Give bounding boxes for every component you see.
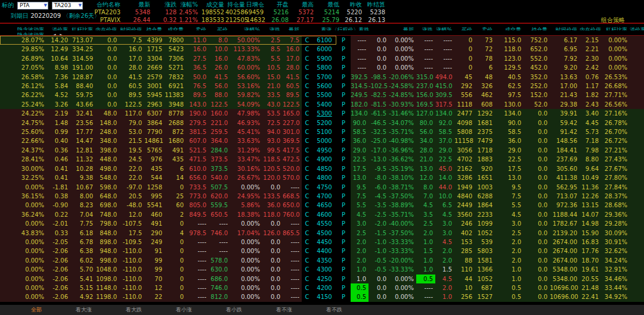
put-cell: 13.15 <box>580 201 601 210</box>
option-row-4700[interactable]: 36.15%0.388.00648.020.599525773.0620.024… <box>0 192 644 201</box>
put-cell: 920 <box>475 164 495 173</box>
call-cell: 59.75 <box>70 91 95 99</box>
put-column-header[interactable]: 溢价率 <box>630 25 644 30</box>
option-row-4350[interactable]: 0.00%-2.066.02998.0-110.0990----578.00.0… <box>0 256 644 265</box>
tab-看不跌[interactable]: 看不跌 <box>326 306 342 314</box>
call-column-header[interactable]: 最新 <box>283 25 302 30</box>
call-cell: 520.0 <box>283 164 302 173</box>
put-cell: 14.98 <box>580 219 601 228</box>
put-cell: 29.36% <box>601 210 630 219</box>
tab-看大跌[interactable]: 看大跌 <box>126 306 142 314</box>
put-cell: 22.5 <box>351 155 369 164</box>
call-cell: 16.0 <box>209 54 230 63</box>
option-row-5500[interactable]: 26.22%4.5259.750.089.559451138389.588.05… <box>0 91 644 99</box>
option-row-4450[interactable]: 0.00%-2.056.78898.0-109.52490--------0.0… <box>0 238 644 247</box>
put-cell: 4.5 <box>435 210 454 219</box>
option-row-4600[interactable]: 36.24%0.227.04748.012.04602849.5650.518.… <box>0 210 644 219</box>
put-cell: -38.10% <box>389 173 416 182</box>
call-cell: 0.33 <box>47 229 70 238</box>
option-row-5700[interactable]: 26.58%7.36128.870.041.52579783250.041.55… <box>0 73 644 82</box>
put-cell: 36.0 <box>351 136 369 145</box>
put-cell: 6.17 <box>550 36 580 45</box>
option-row-6000[interactable]: 29.85%12.49334.250.016.01715542316.010.0… <box>0 45 644 54</box>
put-column-header[interactable]: 隐含波动率 <box>0 30 47 36</box>
call-cell: 0.0 <box>95 100 119 109</box>
option-row-4150[interactable]: 0.00%-2.064.921198.0-110.0220----812.00.… <box>0 292 644 301</box>
scroll-columns-arrows[interactable]: ◀ ▶ <box>47 30 70 36</box>
option-row-4650[interactable]: 0.00%-0.908.23698.0-48.0554160805.0559.5… <box>0 201 644 210</box>
put-column-header[interactable]: 最新 <box>389 25 416 30</box>
option-row-4850[interactable]: 30.00%0.4110.28498.022.04356610.0373.530… <box>0 164 644 173</box>
put-cell: 1052 <box>475 275 495 283</box>
option-row-4500[interactable]: 43.83%0.336.18848.017.52904978.5746.017.… <box>0 229 644 238</box>
call-cell: 6.02 <box>70 256 95 265</box>
strike-column-header[interactable]: 看涨〈行权价〉看跌 <box>302 25 389 30</box>
option-row-5400[interactable]: 25.24%3.2643.660.0122.529633948143.0122.… <box>0 100 644 109</box>
call-column-header[interactable]: 隐含波动率 <box>0 25 47 30</box>
call-column-header[interactable]: 持仓量 <box>144 25 165 30</box>
put-cell: 0.0 <box>524 265 550 274</box>
option-row-4750[interactable]: 0.00%-1.8110.67598.0-97.012580733.5507.5… <box>0 183 644 192</box>
call-cell: 26.89% <box>0 54 47 63</box>
contract-col-header: 涨幅% <box>178 1 199 8</box>
call-column-header[interactable]: 成交量 <box>165 25 186 30</box>
option-row-4900[interactable]: 28.41%0.4611.32448.024.5976435471.5373.5… <box>0 155 644 164</box>
option-row-4800[interactable]: 32.25%0.419.38548.022.054414656.0540.026… <box>0 173 644 182</box>
tab-看大涨[interactable]: 看大涨 <box>76 306 92 314</box>
call-cell: 10.0 <box>209 45 230 54</box>
call-cell: 10.64 <box>47 54 70 63</box>
option-row-4950[interactable]: 24.37%0.3612.81398.019.55765491521.5284.… <box>0 146 644 155</box>
call-column-header[interactable]: 涨幅% <box>230 25 262 30</box>
put-column-header[interactable]: 成交量 <box>495 25 524 30</box>
option-row-5600[interactable]: 26.12%5.8488.400.060.53001692176.556.053… <box>0 82 644 91</box>
put-column-header[interactable]: 持仓量 <box>524 25 550 30</box>
call-column-header[interactable]: 买价 <box>209 25 230 30</box>
put-column-header[interactable]: 涨幅% <box>435 25 454 30</box>
option-row-5000[interactable]: 22.66%0.4014.47348.021.5148611680607.036… <box>0 136 644 145</box>
put-cell: 0.0 <box>524 164 550 173</box>
option-row-4200[interactable]: 0.00%-2.065.151148.0-110.0120----746.00.… <box>0 283 644 292</box>
strategy-button[interactable]: 组合策略 <box>601 16 625 24</box>
put-cell: 2.0 <box>435 256 454 265</box>
option-row-4300[interactable]: 0.00%-2.065.701048.0-110.0990----630.00.… <box>0 265 644 274</box>
put-cell: 0.0 <box>524 146 550 155</box>
call-cell: 0 <box>165 183 186 192</box>
put-cell: 17.76 <box>580 247 601 255</box>
call-column-header[interactable]: 卖价 <box>186 25 209 30</box>
call-column-header[interactable]: 杠杆比率 <box>70 25 95 30</box>
tab-看不涨[interactable]: 看不涨 <box>276 306 292 314</box>
call-cell: 559.5 <box>209 201 230 210</box>
option-row-4400[interactable]: 0.00%-2.066.38948.0-110.0910--------0.00… <box>0 247 644 255</box>
option-row-5800[interactable]: 27.05%8.98191.000.028.02669527136.526.06… <box>0 63 644 72</box>
option-row-4550[interactable]: 0.00%-2.017.75798.0-107.54910--------0.0… <box>0 219 644 228</box>
put-column-header[interactable]: 涨跌 <box>416 25 435 30</box>
option-row-4250[interactable]: 0.00%-2.065.411098.0-110.0700----686.00.… <box>0 275 644 283</box>
put-column-header[interactable]: 内在价值 <box>580 25 601 30</box>
call-column-header[interactable]: 涨跌 <box>262 25 283 30</box>
put-column-header[interactable]: 买价 <box>454 25 475 30</box>
option-row-5100[interactable]: 25.60%0.9917.77248.053.07790872381.5259.… <box>0 127 644 136</box>
underlying-select[interactable]: PTA ▼ <box>17 2 48 10</box>
call-column-header[interactable]: 内在价值 <box>95 25 119 30</box>
option-row-6100[interactable]: 28.07%14.20713.070.07.54399780011.08.050… <box>0 36 644 45</box>
put-column-header[interactable]: 卖价 <box>475 25 495 30</box>
put-column-header[interactable]: 时间价值 <box>550 25 580 30</box>
tab-看小跌[interactable]: 看小跌 <box>226 306 242 314</box>
call-column-header[interactable]: 时间价值 <box>119 25 144 30</box>
tab-看小涨[interactable]: 看小涨 <box>176 306 192 314</box>
row-spacer <box>630 136 644 145</box>
contract-select[interactable]: TA203 ▼ <box>52 2 83 10</box>
option-row-5300[interactable]: 24.22%2.1932.4148.0117.063078778190.0160… <box>0 109 644 118</box>
call-cell: 24.22% <box>0 109 47 118</box>
put-cell: 252.0 <box>524 82 550 91</box>
tab-全部[interactable]: 全部 <box>31 306 42 314</box>
call-flag: C <box>302 164 312 173</box>
option-row-5200[interactable]: 24.75%1.4823.56148.079.038642688279.5221… <box>0 118 644 127</box>
call-cell: 14861 <box>144 136 165 145</box>
call-column-header[interactable]: 溢价率 <box>47 25 70 30</box>
option-row-5900[interactable]: 26.89%10.64314.590.017.03304730627.516.0… <box>0 54 644 63</box>
put-column-header[interactable]: 杠杆比率 <box>601 25 630 30</box>
put-cell: 134.0 <box>495 109 524 118</box>
put-cell: 184.41 <box>550 146 580 155</box>
call-cell: 2579 <box>144 73 165 82</box>
